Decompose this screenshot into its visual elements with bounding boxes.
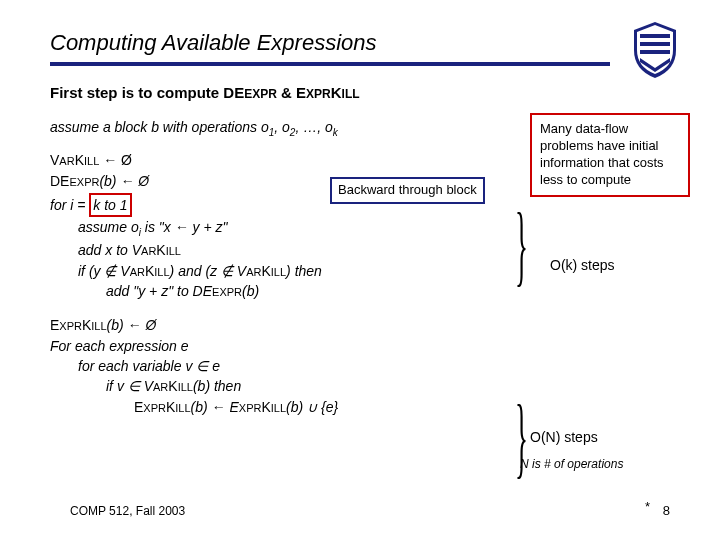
l3e: ) and (z ∉ V — [170, 263, 247, 279]
vk-d: ILL — [84, 155, 99, 167]
exprkill-init: EXPRKILL(b) ← Ø — [50, 315, 520, 335]
l2c: K — [156, 242, 165, 258]
if-v: if v ∈ VARKILL(b) then — [106, 376, 520, 396]
l4: add "y + z" to DE — [106, 283, 212, 299]
vk-b: AR — [59, 155, 74, 167]
svg-rect-0 — [640, 34, 670, 38]
logo-shield — [630, 20, 680, 80]
a2l4h: ILL — [271, 402, 286, 414]
brace-icon-2: } — [515, 385, 528, 488]
a2l3a: if v ∈ V — [106, 378, 153, 394]
for-a: for i = — [50, 197, 89, 213]
a2l4g: K — [261, 399, 270, 415]
a2l4f: XPR — [239, 402, 262, 414]
for-var: for each variable v ∈ e — [78, 356, 520, 376]
assume-text: assume a block b with operations o — [50, 119, 269, 135]
a2l0c: K — [82, 317, 91, 333]
svg-rect-1 — [640, 42, 670, 46]
ok-steps-label: O(k) steps — [550, 257, 670, 273]
backward-note: Backward through block — [330, 177, 485, 204]
l3d: ILL — [154, 266, 169, 278]
l3b: AR — [130, 266, 145, 278]
vk-a: V — [50, 152, 59, 168]
de-paren: (b) ← Ø — [99, 173, 149, 189]
l3h: ILL — [271, 266, 286, 278]
slide-title: Computing Available Expressions — [50, 30, 670, 56]
footer-course: COMP 512, Fall 2003 — [70, 504, 185, 518]
l3f: AR — [246, 266, 261, 278]
subtitle: First step is to compute DEEXPR & EXPRKI… — [50, 84, 670, 101]
l1a: assume o — [78, 219, 139, 235]
a2l4d: ILL — [175, 402, 190, 414]
varkill-init: VARKILL ← Ø — [50, 150, 520, 170]
l4b: EXPR — [212, 286, 242, 298]
a2l4b: XPR — [143, 402, 166, 414]
loop-assume: assume oi is "x ← y + z" — [78, 217, 520, 240]
svg-rect-2 — [640, 50, 670, 54]
l1b: is "x ← y + z" — [141, 219, 228, 235]
l4c: (b) — [242, 283, 259, 299]
footer-page-number: 8 — [663, 503, 670, 518]
a2l3e: (b) then — [193, 378, 241, 394]
algorithm-block-1: assume a block b with operations o1, o2,… — [50, 117, 520, 417]
subtitle-k: K — [331, 84, 342, 101]
l3g: K — [261, 263, 270, 279]
n-is-ops-label: N is # of operations — [520, 457, 680, 471]
brace-icon-1: } — [515, 193, 528, 296]
a2l0e: (b) ← Ø — [107, 317, 157, 333]
subtitle-ill: ILL — [342, 87, 360, 101]
a2l3c: K — [168, 378, 177, 394]
a2l0d: ILL — [91, 320, 106, 332]
subtitle-sc1: EXPR — [244, 87, 277, 101]
title-underline — [50, 62, 610, 66]
for-box: k to 1 — [89, 193, 131, 217]
a2l0b: XPR — [59, 320, 82, 332]
assume-tail: , …, o — [295, 119, 332, 135]
a2l4i: (b) ∪ {e} — [286, 399, 338, 415]
l3i: ) then — [286, 263, 322, 279]
a2l0a: E — [50, 317, 59, 333]
a2l3b: AR — [153, 381, 168, 393]
vk-arrow: ← Ø — [99, 152, 132, 168]
a2l4a: E — [134, 399, 143, 415]
loop-addyz: add "y + z" to DEEXPR(b) — [106, 281, 520, 301]
on-steps-label: O(N) steps — [530, 429, 670, 445]
a2l4c: K — [166, 399, 175, 415]
a2l4e: (b) ← E — [191, 399, 239, 415]
vk-c: K — [75, 152, 84, 168]
loop-addx: add x to VARKILL — [78, 240, 520, 260]
footer-star: * — [645, 499, 650, 514]
for-expr: For each expression e — [50, 336, 520, 356]
l2d: ILL — [166, 245, 181, 257]
de-b: EXPR — [69, 176, 99, 188]
l3a: if (y ∉ V — [78, 263, 130, 279]
algorithm-block-2: EXPRKILL(b) ← Ø For each expression e fo… — [50, 315, 520, 416]
l2: add x to V — [78, 242, 141, 258]
a2l3d: ILL — [178, 381, 193, 393]
loop-if: if (y ∉ VARKILL) and (z ∉ VARKILL) then — [78, 261, 520, 281]
subtitle-sc2: XPR — [306, 87, 331, 101]
assume-line: assume a block b with operations o1, o2,… — [50, 117, 520, 140]
subtitle-prefix: First step is to compute DE — [50, 84, 244, 101]
subtitle-amp: & E — [277, 84, 306, 101]
exprkill-update: EXPRKILL(b) ← EXPRKILL(b) ∪ {e} — [134, 397, 520, 417]
l3c: K — [145, 263, 154, 279]
dataflow-note: Many data-flow problems have initial inf… — [530, 113, 690, 197]
l2b: AR — [141, 245, 156, 257]
de-a: DE — [50, 173, 69, 189]
